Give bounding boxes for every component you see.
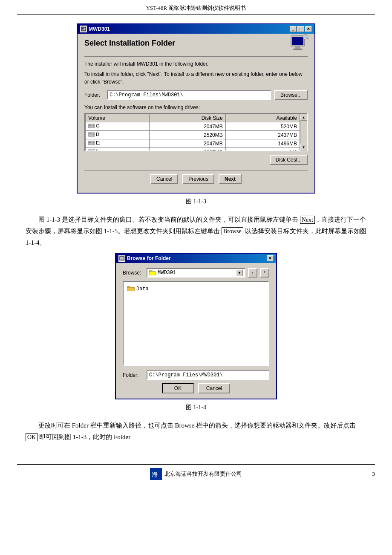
drive-row-d: D: 2520MB 2437MB (86, 131, 300, 139)
footer-logo: 海 北京海蓝科技开发有限责任公司 (150, 468, 242, 480)
browse-dropdown-icon (149, 269, 156, 277)
browse-new-button[interactable]: * (260, 268, 269, 278)
disk-cost-button[interactable]: Disk Cost... (270, 155, 308, 165)
dialog2-body: Browse: MWD301 ▼ ↑ * (116, 263, 276, 399)
page-number: 3 (372, 471, 375, 477)
folder-label: Folder: (84, 92, 104, 98)
titlebar-left: MWD301 (80, 26, 110, 32)
svg-text:海: 海 (152, 471, 158, 478)
dialog1-app-icon (80, 26, 87, 32)
col-available: Available (225, 114, 300, 122)
dialog1-desc1: The installer will install MWD301 in the… (84, 60, 308, 68)
fig1-caption: 图 1-1-3 (26, 198, 366, 205)
company-logo-icon: 海 (150, 468, 162, 480)
svg-point-19 (93, 151, 94, 152)
svg-rect-14 (88, 141, 95, 145)
dialog2-close-button[interactable]: ✕ (267, 255, 274, 261)
cancel-button[interactable]: Cancel (150, 174, 178, 184)
browse-cancel-button[interactable]: Cancel (198, 383, 230, 393)
dialog2-app-icon (118, 255, 125, 262)
col-disksize: Disk Size (150, 114, 226, 122)
drives-table-container: Volume Disk Size Available C: (84, 113, 308, 151)
page-footer: 海 北京海蓝科技开发有限责任公司 3 (17, 464, 375, 480)
dialog1-btn-row: Cancel Previous Next (84, 170, 308, 188)
data-folder-label: Data (136, 286, 149, 292)
scroll-down-arrow[interactable]: ▼ (300, 144, 307, 150)
drive-f-vol: F: (86, 148, 150, 152)
drive-c-avail: 520MB (225, 122, 300, 131)
browse-dropdown-arrow[interactable]: ▼ (236, 269, 243, 276)
drive-d-icon: D: (88, 132, 101, 137)
next-button[interactable]: Next (219, 174, 242, 184)
drive-e-avail: 1496MB (225, 139, 300, 148)
browse-file-area: Data (123, 281, 269, 366)
titlebar-buttons: _ □ ✕ (290, 26, 312, 32)
disk-cost-row: Disk Cost... (84, 155, 308, 165)
drive-row-c: C: 2047MB 520MB (86, 122, 300, 131)
svg-rect-1 (82, 28, 84, 29)
folder-label-browse: Folder: (123, 372, 144, 378)
svg-rect-5 (293, 49, 303, 50)
drive-row-f: F: 2037MB 440 (86, 148, 300, 152)
browse-folder-row: Folder: (123, 370, 269, 380)
svg-rect-12 (89, 133, 91, 134)
dialog2-titlebar: Browse for Folder ✕ (116, 254, 276, 263)
minimize-button[interactable]: _ (290, 26, 297, 32)
header-title: YST-48R 泥浆脉冲随钻测斜仪软件说明书 (146, 5, 246, 11)
company-name: 北京海蓝科技开发有限责任公司 (164, 471, 242, 477)
close-button[interactable]: ✕ (305, 26, 312, 32)
drive-d-size: 2520MB (150, 131, 226, 139)
browse-selector-row: Browse: MWD301 ▼ ↑ * (123, 268, 269, 278)
svg-rect-8 (88, 124, 95, 128)
browse-up-button[interactable]: ↑ (248, 268, 257, 278)
drive-f-icon: F: (88, 149, 100, 151)
scroll-up-arrow[interactable]: ▲ (300, 114, 307, 121)
drive-f-size: 2037MB (150, 148, 226, 152)
svg-point-16 (93, 142, 94, 144)
browse-button[interactable]: Browse... (274, 90, 308, 100)
maximize-button[interactable]: □ (297, 26, 304, 32)
separator1 (84, 56, 308, 57)
drive-f-avail: 440 (225, 148, 300, 152)
svg-rect-22 (149, 272, 156, 275)
para2: 更改时可在 Folder 栏中重新输入路径，也可点击 Browse 栏中的箭头，… (26, 420, 366, 443)
page-header: YST-48R 泥浆脉冲随钻测斜仪软件说明书 (17, 0, 375, 15)
browse-ok-button[interactable]: OK (162, 383, 194, 393)
browse-btn-row: OK Cancel (123, 383, 269, 393)
browse-inline-ref: Browse (222, 227, 243, 235)
dialog2-title: Browse for Folder (127, 255, 171, 261)
para1: 图 1-1-3 是选择目标文件夹的窗口。若不改变当前的默认的文件夹，可以直接用鼠… (26, 214, 366, 249)
svg-rect-18 (89, 150, 91, 151)
dialog2-titlebar-left: Browse for Folder (118, 255, 171, 262)
svg-point-10 (93, 125, 94, 127)
dialog1-computer-icon: 🔍 (289, 34, 310, 56)
next-inline-ref: Next (300, 216, 315, 224)
folder-row: Folder: Browse... (84, 90, 308, 100)
browse-folder-input[interactable] (147, 370, 269, 380)
svg-point-13 (93, 134, 94, 135)
browse-dropdown[interactable]: MWD301 ▼ (147, 268, 245, 278)
fig2-caption: 图 1-1-4 (26, 404, 366, 411)
drive-e-icon: E: (88, 140, 100, 145)
drive-c-vol: C: (86, 122, 150, 131)
browse-label: Browse: (123, 270, 144, 276)
drives-text: You can install the software on the foll… (84, 104, 308, 110)
drive-e-size: 2047MB (150, 139, 226, 148)
folder-input[interactable] (107, 90, 271, 100)
drive-row-e: E: 2047MB 1496MB (86, 139, 300, 148)
dialog1-desc2: To install in this folder, click "Next".… (84, 70, 308, 86)
drive-e-vol: E: (86, 139, 150, 148)
svg-rect-11 (88, 133, 95, 136)
drive-d-vol: D: (86, 131, 150, 139)
svg-rect-15 (89, 142, 91, 143)
previous-button[interactable]: Previous (182, 174, 214, 184)
browse-file-item-data[interactable]: Data (126, 284, 266, 293)
page-content: MWD301 _ □ ✕ 🔍 (0, 15, 392, 456)
install-folder-dialog: MWD301 _ □ ✕ 🔍 (77, 23, 315, 194)
dialog2-titlebar-buttons: ✕ (267, 255, 274, 261)
drives-scrollbar[interactable]: ▲ ▼ (300, 114, 307, 150)
drives-table: Volume Disk Size Available C: (85, 114, 300, 151)
dialog1-body: 🔍 Select Installation Folder The install… (78, 34, 314, 193)
drive-c-size: 2047MB (150, 122, 226, 131)
svg-rect-20 (120, 257, 124, 260)
